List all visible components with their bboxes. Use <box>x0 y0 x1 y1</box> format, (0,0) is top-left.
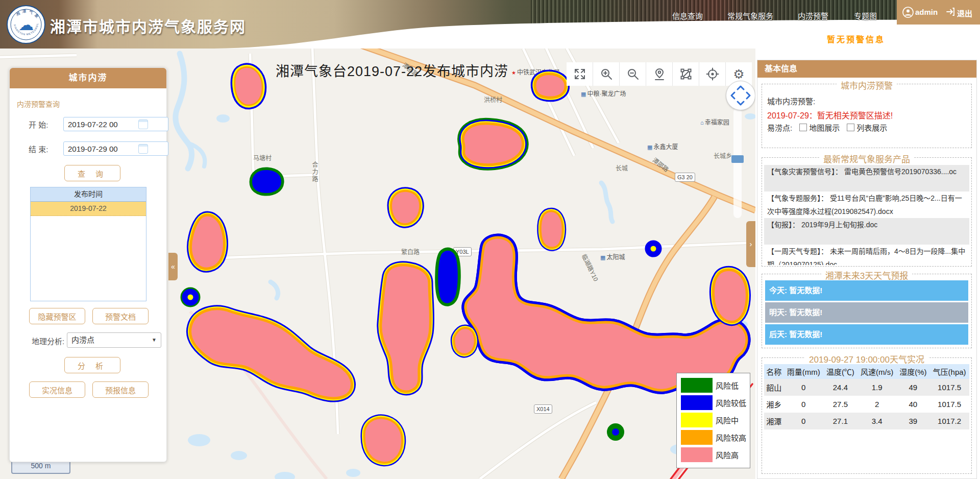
table-row: 湘潭027.13.4391017.2 <box>764 413 969 429</box>
calendar-icon[interactable] <box>138 144 148 154</box>
road-badge-y03l: Y03L <box>453 247 472 256</box>
road-badge-g320: G3 20 <box>675 173 695 182</box>
building-icon: ▦ <box>647 144 652 150</box>
map-label: 高兰 <box>395 266 404 280</box>
query-section-label: 内涝预警查询 <box>17 99 60 109</box>
live-weather-section: 2019-09-27 19:00:00天气实况 名称 雨量(mm) 温度(℃) … <box>762 357 972 474</box>
collapse-left-panel-handle[interactable]: « <box>168 253 178 280</box>
map-label: 合力路 <box>310 161 319 183</box>
warning-marquee: 暂无预警信息 <box>827 33 944 45</box>
warning-section-legend: 城市内涝预警 <box>837 81 897 91</box>
locate-icon[interactable] <box>646 62 673 86</box>
user-avatar-icon <box>902 7 914 19</box>
chevron-down-icon: ▼ <box>152 333 157 347</box>
polygon-select-icon[interactable] <box>673 62 699 86</box>
table-row: 湘乡027.52401017.5 <box>764 396 969 413</box>
nav-item-regular-service[interactable]: 常规气象服务 <box>727 10 773 21</box>
legend-swatch <box>681 430 713 445</box>
map-label: ▦永鑫大厦 <box>647 142 678 151</box>
table-header: 发布时间 <box>31 187 146 202</box>
legend-swatch <box>681 447 713 462</box>
map-label: ▦中粮·聚龙广场 <box>581 89 626 98</box>
cloud-icon: ☁ <box>18 16 34 33</box>
warning-text: 2019-07-29：暂无相关预警区描述! <box>767 109 893 121</box>
zoom-slider-handle[interactable] <box>731 155 744 163</box>
nav-item-info-query[interactable]: 信息查询 <box>672 10 703 21</box>
building-icon: ▦ <box>600 254 605 260</box>
poi-star-icon: ★ <box>511 70 516 76</box>
geo-analysis-label: 地理分析: <box>32 336 64 346</box>
nav-item-thematic-map[interactable]: 专题图 <box>854 10 877 21</box>
legend-row: 风险低 <box>681 376 750 394</box>
logout-button[interactable]: 退出 <box>957 8 972 18</box>
start-date-input[interactable] <box>63 117 168 131</box>
left-panel-title: 城市内涝 <box>10 68 166 88</box>
forecast-tomorrow: 明天: 暂无数据! <box>765 302 968 323</box>
home-icon: ⌂ <box>700 119 704 126</box>
legend-swatch <box>681 413 713 427</box>
username[interactable]: admin <box>915 8 938 16</box>
hide-warning-zone-button[interactable]: 隐藏预警区 <box>29 308 85 324</box>
product-item[interactable]: 【气象灾害预警信号】： 雷电黄色预警信号2019070336....oc <box>764 165 969 191</box>
warning-doc-button[interactable]: 预警文档 <box>92 308 149 324</box>
map-label: 傅家 <box>540 312 552 320</box>
map-label: 长城乡 <box>714 151 732 160</box>
geo-analysis-select[interactable]: 内涝点 ▼ <box>67 332 161 348</box>
fullscreen-icon[interactable] <box>567 62 593 86</box>
user-box: admin 退出 <box>897 0 980 25</box>
flood-point-label: 易涝点: <box>767 122 792 133</box>
product-item[interactable]: 【旬报】： 2019年9月上旬旬报.doc <box>764 218 969 245</box>
pan-control[interactable] <box>726 81 755 110</box>
page: ★中铁武汉电化局 洪桥村 ▦中粮·聚龙广场 ⌂幸福家园 ▦永鑫大厦 长城 长城乡… <box>0 0 980 479</box>
warning-section: 城市内涝预警 城市内涝预警: 2019-07-29：暂无相关预警区描述! 易涝点… <box>762 84 972 148</box>
map-label: 长城 <box>616 163 628 172</box>
site-title: 湘潭市城市内涝气象服务网 <box>50 14 246 37</box>
map-label: ★中铁武汉电化局 <box>511 67 560 76</box>
table-row: 韶山024.41.9491017.5 <box>764 379 969 396</box>
building-icon: ▦ <box>581 91 586 97</box>
forecast-section: 湘潭未来3天天气预报 今天: 暂无数据! 明天: 暂无数据! 后天: 暂无数据! <box>762 274 972 348</box>
legend-swatch <box>681 395 713 410</box>
end-date-input[interactable] <box>63 141 168 156</box>
query-button[interactable]: 查 询 <box>64 165 120 181</box>
collapse-right-panel-handle[interactable]: › <box>746 221 755 267</box>
publish-time-table: 发布时间 2019-07-22 <box>30 187 146 301</box>
forecast-info-button[interactable]: 预报信息 <box>92 381 149 398</box>
map-issue-title: 湘潭气象台2019-07-22发布城市内涝 <box>276 60 508 80</box>
products-section-legend: 最新常规气象服务产品 <box>819 155 914 164</box>
live-weather-table: 名称 雨量(mm) 温度(℃) 风速(m/s) 湿度(%) 气压(hpa) 韶山… <box>764 364 969 429</box>
table-row-selected[interactable]: 2019-07-22 <box>31 202 146 216</box>
geo-analysis-value: 内涝点 <box>71 336 94 344</box>
legend-row: 风险较低 <box>681 394 750 411</box>
live-info-button[interactable]: 实况信息 <box>29 381 85 398</box>
risk-legend: 风险低 风险较低 风险中 风险较高 风险高 <box>676 373 750 468</box>
analyze-button[interactable]: 分 析 <box>64 357 120 373</box>
calendar-icon[interactable] <box>138 119 148 129</box>
table-header-row: 名称 雨量(mm) 温度(℃) 风速(m/s) 湿度(%) 气压(hpa) <box>764 364 969 379</box>
map-label: ▦太阳城 <box>600 252 625 261</box>
zoom-in-icon[interactable] <box>593 62 620 86</box>
map-label: ⌂幸福家园 <box>700 117 729 126</box>
warning-title: 城市内涝预警: <box>767 95 815 106</box>
forecast-day-after: 后天: 暂无数据! <box>765 324 968 345</box>
road-badge-x014: X014 <box>534 404 552 414</box>
map-label: 繁白路 <box>401 247 420 256</box>
map-display-checkbox[interactable] <box>799 124 807 131</box>
legend-row: 风险较高 <box>681 428 750 446</box>
map-label: 洪桥村 <box>484 95 502 104</box>
product-item[interactable]: 【一周天气专题】： 未来一周前晴后雨，4～8日为一段降...集中期（201907… <box>764 245 969 265</box>
forecast-section-legend: 湘潭未来3天天气预报 <box>821 271 912 281</box>
list-display-label[interactable]: 列表展示 <box>856 122 887 133</box>
end-label: 结 束: <box>29 143 48 154</box>
nav-item-waterlogging-warning[interactable]: 内涝预警 <box>798 10 828 21</box>
map-toolbar: ⚙ <box>567 62 752 86</box>
zoom-slider[interactable] <box>733 108 742 218</box>
logout-icon[interactable] <box>945 7 955 18</box>
site-logo: 湘潭气象 XIANGTAN METEOROLOGY ☁ <box>6 5 46 44</box>
legend-row: 风险高 <box>681 446 750 463</box>
list-display-checkbox[interactable] <box>847 124 854 131</box>
zoom-out-icon[interactable] <box>620 62 646 86</box>
map-display-label[interactable]: 地图展示 <box>809 122 840 133</box>
target-icon[interactable] <box>699 62 726 86</box>
product-item[interactable]: 【气象专题服务】： 受11号台风“白鹿”影响,25日晚～2...日有一次中等强度… <box>764 191 969 218</box>
